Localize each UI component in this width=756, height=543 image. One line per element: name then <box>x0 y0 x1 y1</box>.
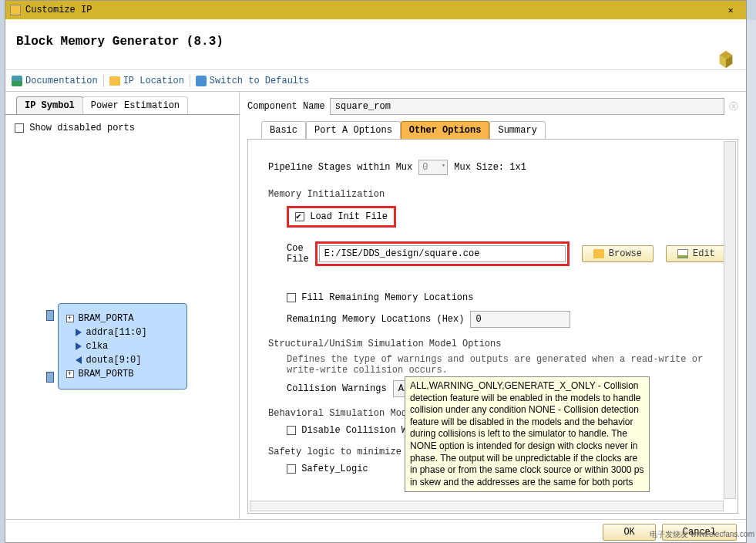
component-name-input[interactable] <box>330 98 724 115</box>
browse-button[interactable]: Browse <box>582 245 654 262</box>
background-edge <box>747 20 756 543</box>
component-name-label: Component Name <box>247 101 325 112</box>
ok-button[interactable]: OK <box>603 524 655 541</box>
tab-basic[interactable]: Basic <box>261 121 306 139</box>
tab-other-options[interactable]: Other Options <box>401 121 490 139</box>
edit-icon <box>677 249 688 258</box>
remaining-locations-input[interactable] <box>470 311 570 328</box>
right-tabs: Basic Port A Options Other Options Summa… <box>261 121 738 139</box>
bram-portb: +BRAM_PORTB <box>66 369 179 379</box>
highlight-load-init: Load Init File <box>287 206 396 228</box>
documentation-link[interactable]: Documentation <box>12 76 98 86</box>
page-title: Block Memory Generator (8.3) <box>16 35 223 49</box>
pipeline-label: Pipeline Stages within Mux <box>268 162 412 173</box>
port-clka: clka <box>76 341 179 352</box>
folder-icon <box>109 76 120 86</box>
structural-desc: Defines the type of warnings and outputs… <box>287 354 717 376</box>
bram-porta: +BRAM_PORTA <box>66 313 179 324</box>
cube-icon <box>12 76 22 86</box>
left-panel: IP Symbol Power Estimation Show disabled… <box>5 92 240 519</box>
left-content: Show disabled ports +BRAM_PORTA addra[11… <box>5 114 239 524</box>
mux-size-label: Mux Size: 1x1 <box>454 162 526 173</box>
header: Block Memory Generator (8.3) <box>5 19 746 70</box>
ip-symbol-block: +BRAM_PORTA addra[11:0] clka douta[9:0] … <box>58 303 187 390</box>
horizontal-scrollbar[interactable] <box>250 501 724 511</box>
port-notch-icon <box>46 372 54 383</box>
titlebar: Customize IP ✕ <box>5 1 746 19</box>
tab-ip-symbol[interactable]: IP Symbol <box>16 96 83 114</box>
coe-file-label: Coe File <box>287 243 309 265</box>
scrollbar-thumb[interactable] <box>726 142 735 174</box>
collision-tooltip: ALL,WARNING_ONLY,GENERATE_X_ONLY - Colli… <box>405 376 650 492</box>
toolbar: Documentation IP Location Switch to Defa… <box>5 70 746 92</box>
tab-porta-options[interactable]: Port A Options <box>306 121 401 139</box>
highlight-coe-file <box>315 241 570 266</box>
left-tabs: IP Symbol Power Estimation <box>16 96 239 114</box>
close-button[interactable]: ✕ <box>720 3 741 17</box>
ip-location-link[interactable]: IP Location <box>109 76 184 86</box>
load-init-file-checkbox[interactable]: Load Init File <box>295 211 388 222</box>
folder-icon <box>593 249 604 258</box>
watermark: 电子发烧友 www.elecfans.com <box>650 529 754 540</box>
port-addra: addra[11:0] <box>76 327 179 338</box>
tab-summary[interactable]: Summary <box>489 121 545 139</box>
collision-warnings-label: Collision Warnings <box>287 383 387 394</box>
port-notch-icon <box>46 310 54 321</box>
tab-power-estimation[interactable]: Power Estimation <box>82 96 188 114</box>
window-title: Customize IP <box>25 5 92 15</box>
memory-init-section: Memory Initialization <box>268 189 717 200</box>
safety-logic-checkbox[interactable]: Safety_Logic <box>287 464 368 474</box>
swap-icon <box>196 76 207 86</box>
clear-icon[interactable]: ⓧ <box>729 100 738 113</box>
port-douta: douta[9:0] <box>76 355 179 366</box>
window-icon <box>10 5 21 15</box>
show-disabled-ports-checkbox[interactable]: Show disabled ports <box>15 123 135 133</box>
switch-defaults-link[interactable]: Switch to Defaults <box>196 76 310 86</box>
component-name-row: Component Name ⓧ <box>247 98 738 115</box>
pipeline-select[interactable]: 0 <box>418 160 448 175</box>
remaining-locations-label: Remaining Memory Locations (Hex) <box>287 314 464 325</box>
fill-remaining-checkbox[interactable]: Fill Remaining Memory Locations <box>287 292 473 303</box>
vivado-logo-icon <box>715 49 737 70</box>
edit-button[interactable]: Edit <box>666 245 727 262</box>
coe-file-input[interactable] <box>319 245 566 262</box>
structural-section: Structural/UniSim Simulation Model Optio… <box>268 339 717 349</box>
